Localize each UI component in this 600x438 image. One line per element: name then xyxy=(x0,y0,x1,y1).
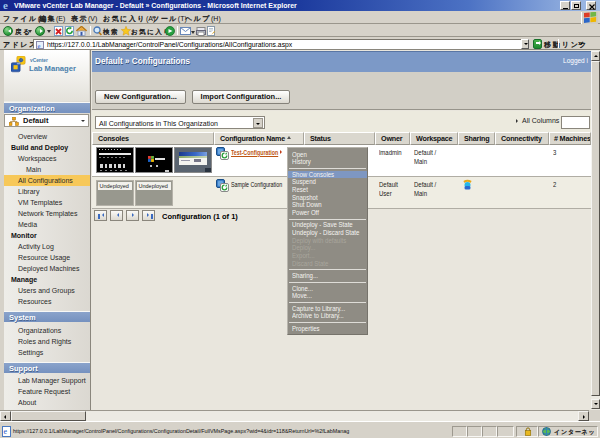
svg-text:e: e xyxy=(4,427,8,436)
svg-text:e: e xyxy=(38,41,41,48)
